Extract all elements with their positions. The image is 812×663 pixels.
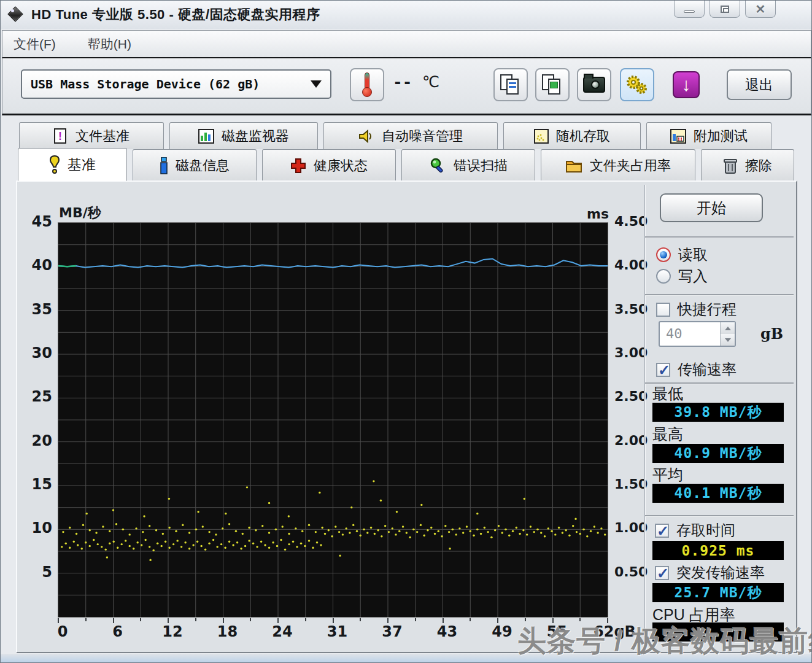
copy-image-button[interactable] [535, 68, 570, 101]
window-title: HD Tune 专业版 5.50 - 硬盘/固态硬盘实用程序 [31, 6, 320, 24]
min-value: 39.8 MB/秒 [652, 403, 784, 422]
copy-text-icon [500, 74, 521, 95]
camera-icon [583, 77, 605, 93]
trash-icon [723, 157, 738, 174]
transfer-rate-row[interactable]: 传输速率 [656, 360, 737, 379]
tab-random-access[interactable]: 随机存取 [503, 122, 641, 149]
disk-monitor-icon [198, 129, 214, 144]
left-axis-unit: MB/秒 [59, 204, 101, 222]
tab-file-benchmark[interactable]: ! 文件基准 [19, 122, 164, 149]
folder-icon [565, 158, 582, 173]
benchmark-icon [49, 155, 60, 174]
short-stroke-row[interactable]: 快捷行程 [656, 300, 737, 319]
info-icon [160, 157, 168, 174]
tab-aam[interactable]: 自动噪音管理 [323, 122, 498, 149]
tab-folder-usage[interactable]: 文件夹占用率 [541, 149, 695, 181]
random-access-icon [534, 129, 549, 144]
download-icon: ↓ [673, 71, 700, 98]
tab-row-secondary: ! 文件基准 磁盘监视器 自动噪音管理 随机存取 附加测试 [19, 122, 771, 149]
short-stroke-value: 40 [660, 322, 720, 346]
save-results-button[interactable]: ↓ [669, 68, 703, 101]
avg-label: 平均 [652, 465, 683, 485]
write-radio-row[interactable]: 写入 [656, 266, 708, 286]
benchmark-chart [58, 223, 608, 617]
transfer-rate-checkbox[interactable] [656, 363, 670, 377]
burst-rate-value: 25.7 MB/秒 [652, 583, 784, 602]
tab-extra-tests[interactable]: 附加测试 [646, 122, 771, 149]
minimize-button[interactable] [674, 1, 705, 18]
copy-image-icon [542, 74, 563, 95]
read-label: 读取 [678, 245, 708, 265]
short-stroke-checkbox[interactable] [656, 303, 670, 317]
short-stroke-input[interactable]: 40 [659, 321, 736, 347]
tab-error-scan[interactable]: 错误扫描 [401, 149, 535, 181]
burst-rate-row[interactable]: 突发传输速率 [655, 563, 765, 583]
options-button[interactable] [620, 68, 654, 101]
avg-value: 40.1 MB/秒 [652, 484, 784, 503]
speaker-icon [358, 129, 374, 144]
spin-up-icon[interactable] [721, 322, 735, 334]
close-button[interactable]: ✕ [745, 1, 776, 18]
burst-rate-label: 突发传输速率 [676, 563, 765, 583]
device-select[interactable]: USB Mass Storage Device (62 gB) [21, 69, 331, 99]
temperature-value: -- [393, 73, 412, 91]
write-label: 写入 [678, 266, 708, 286]
tab-disk-monitor[interactable]: 磁盘监视器 [169, 122, 318, 149]
panel-divider [644, 185, 645, 646]
separator [645, 294, 794, 295]
menu-bar: 文件(F) 帮助(H) [2, 30, 811, 58]
extra-tests-icon [670, 129, 686, 144]
short-stroke-label: 快捷行程 [678, 300, 737, 319]
min-label: 最低 [652, 384, 683, 404]
max-value: 40.9 MB/秒 [652, 444, 784, 463]
spinner[interactable] [720, 322, 735, 346]
short-stroke-unit: gB [760, 325, 783, 343]
tab-health[interactable]: 健康状态 [262, 149, 396, 181]
app-icon [8, 7, 24, 23]
tab-erase[interactable]: 擦除 [701, 149, 794, 181]
temperature-unit: ℃ [422, 73, 439, 91]
screenshot-button[interactable] [577, 68, 611, 101]
temperature-button[interactable] [350, 68, 384, 101]
gear-icon [625, 74, 649, 96]
app-window: HD Tune 专业版 5.50 - 硬盘/固态硬盘实用程序 ✕ 文件(F) 帮… [0, 0, 812, 663]
separator [645, 515, 794, 516]
tab-disk-info[interactable]: 磁盘信息 [133, 149, 257, 181]
copy-text-button[interactable] [493, 68, 528, 101]
spin-down-icon[interactable] [721, 334, 735, 346]
magnifier-icon [429, 157, 446, 174]
chevron-down-icon [311, 80, 322, 88]
right-axis-unit: ms [587, 206, 609, 222]
tab-benchmark[interactable]: 基准 [18, 148, 127, 181]
health-cross-icon [290, 158, 306, 174]
read-radio-row[interactable]: 读取 [656, 245, 708, 265]
read-radio[interactable] [656, 247, 671, 262]
toolbar: USB Mass Storage Device (62 gB) -- ℃ [2, 58, 811, 115]
tab-row-primary: 基准 磁盘信息 健康状态 错误扫描 文件夹占用率 [18, 149, 794, 181]
file-benchmark-icon: ! [53, 128, 68, 144]
access-time-label: 存取时间 [676, 521, 735, 540]
svg-text:!: ! [58, 130, 62, 142]
access-time-checkbox[interactable] [655, 524, 669, 538]
exit-button[interactable]: 退出 [727, 69, 792, 100]
burst-rate-checkbox[interactable] [655, 566, 669, 580]
access-time-value: 0.925 ms [652, 541, 784, 560]
separator [645, 236, 794, 238]
transfer-rate-label: 传输速率 [678, 360, 737, 379]
menu-help[interactable]: 帮助(H) [88, 36, 131, 53]
max-label: 最高 [652, 424, 683, 444]
watermark: 头条号 / 极客数码最前线 [517, 622, 812, 661]
title-bar: HD Tune 专业版 5.50 - 硬盘/固态硬盘实用程序 ✕ [1, 1, 811, 29]
access-time-row[interactable]: 存取时间 [655, 521, 735, 540]
thermometer-icon [362, 72, 372, 97]
menu-file[interactable]: 文件(F) [14, 36, 56, 53]
benchmark-plot [58, 222, 608, 618]
write-radio[interactable] [656, 269, 671, 284]
start-button[interactable]: 开始 [660, 193, 763, 222]
device-select-value: USB Mass Storage Device (62 gB) [31, 77, 260, 91]
maximize-button[interactable] [710, 1, 740, 18]
